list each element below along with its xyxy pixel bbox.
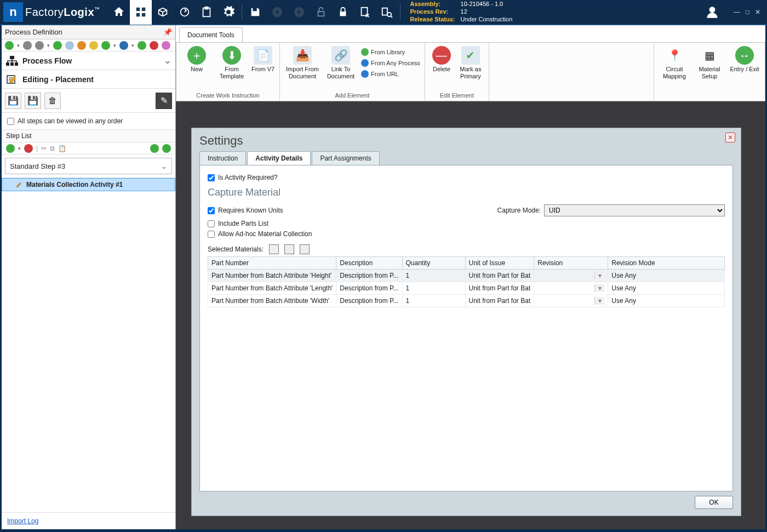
svg-rect-0 [136,8,139,11]
tab-part-assignments[interactable]: Part Assignments [312,151,379,165]
include-parts-checkbox[interactable] [208,220,215,227]
svg-rect-2 [136,13,139,16]
ribbon-from-template-button[interactable]: ⬇From Template [216,45,248,79]
step-up-icon[interactable] [150,144,159,153]
paste-icon[interactable]: 📋 [58,145,66,152]
ribbon-material-setup-button[interactable]: ▦Material Setup [694,45,725,79]
save-blue-icon[interactable]: 💾 [25,93,41,109]
import-log-link[interactable]: Import Log [7,517,38,525]
cycle-icon[interactable] [174,0,196,25]
col-revision[interactable]: Revision [534,257,608,270]
is-activity-required-checkbox[interactable] [208,174,215,181]
status-value: Under Construction [461,16,513,24]
lock-icon[interactable] [332,0,354,25]
standard-step-select[interactable]: Standard Step #3 ⌄ [5,158,172,174]
requires-known-units-checkbox[interactable] [208,207,215,214]
allow-adhoc-checkbox[interactable] [208,231,215,238]
col-revision-mode[interactable]: Revision Mode [608,257,725,270]
ribbon-from-url-button[interactable]: From URL [361,69,420,79]
unlock-icon[interactable] [310,0,332,25]
step-remove-icon[interactable] [24,144,33,153]
ribbon-group-edit: —Delete ✔Mark as Primary Edit Element [425,43,489,101]
save-icon[interactable] [244,0,266,25]
svg-point-13 [387,13,391,16]
table-row[interactable]: Part Number from Batch Attribute 'Height… [208,270,725,282]
cube-icon[interactable] [119,41,128,50]
ribbon-from-template-label: From Template [220,66,244,79]
ribbon-from-library-button[interactable]: From Library [361,47,420,57]
ribbon-link-doc-button[interactable]: 🔗Link To Document [324,45,358,79]
settings-close-icon[interactable]: ✕ [725,133,735,142]
capture-mode-select[interactable]: UID [544,204,725,216]
window-maximize-icon[interactable]: □ [746,8,749,16]
ribbon-from-v7-button[interactable]: 📄From V7 [251,45,275,73]
link-icon[interactable] [23,41,32,50]
print-icon[interactable] [35,41,44,50]
info-icon[interactable] [162,41,170,50]
chevron-down-icon: ⌄ [161,162,167,170]
nav-fwd-icon[interactable] [288,0,310,25]
ribbon-new-button[interactable]: ＋New [181,45,213,73]
chevron-down-icon[interactable]: ▾ [594,284,604,292]
col-unit-of-issue[interactable]: Unit of Issue [465,257,534,270]
cell-uoi: Unit from Part for Bat [465,295,534,307]
trash-icon[interactable]: 🗑 [44,93,61,109]
home-icon[interactable] [108,0,130,25]
person-icon[interactable] [77,41,86,50]
table-row[interactable]: Part Number from Batch Attribute 'Length… [208,282,725,295]
ribbon-mark-primary-button[interactable]: ✔Mark as Primary [457,45,484,79]
selmat-btn-3[interactable] [300,244,310,254]
user-icon[interactable] [703,3,722,21]
grid-module-icon[interactable] [130,0,152,25]
ribbon-delete-label: Delete [433,66,450,72]
col-part-number[interactable]: Part Number [208,257,336,270]
window-close-icon[interactable]: ✕ [755,8,760,16]
nav-back-icon[interactable] [266,0,288,25]
search-icon[interactable] [376,0,398,25]
edit-dark-icon[interactable]: ✎ [156,93,172,109]
download-icon[interactable]: ⌄ [164,55,171,66]
stop-icon[interactable] [150,41,158,50]
step-down-icon[interactable] [162,144,171,153]
any-order-checkbox[interactable] [7,118,14,125]
ribbon-from-any-process-button[interactable]: From Any Process [361,58,420,68]
ribbon-import-doc-button[interactable]: 📥Import From Document [284,45,320,79]
table-row[interactable]: Part Number from Batch Attribute 'Width'… [208,295,725,307]
cell-rev[interactable]: ▾ [534,270,608,282]
tab-activity-details[interactable]: Activity Details [247,151,311,165]
gear-icon[interactable] [217,0,239,25]
copy-icon[interactable]: ⧉ [50,145,55,152]
cell-rev[interactable]: ▾ [534,282,608,295]
add-icon[interactable] [5,41,14,50]
save-step-icon[interactable]: 💾 [5,93,21,109]
tree-item-activity[interactable]: Materials Collection Activity #1 [2,178,175,191]
box-icon[interactable] [152,0,174,25]
clipboard-icon[interactable] [196,0,217,25]
selected-materials-label: Selected Materials: [208,245,264,253]
cell-rev[interactable]: ▾ [534,295,608,307]
cut-icon[interactable]: ✂ [41,145,47,152]
col-quantity[interactable]: Quantity [402,257,465,270]
chevron-down-icon[interactable]: ▾ [594,272,604,279]
check-icon[interactable] [53,41,62,50]
ok-button[interactable]: OK [695,496,733,509]
selmat-btn-2[interactable] [284,244,294,254]
pin-icon[interactable]: 📌 [163,28,172,36]
flag-icon[interactable] [65,41,74,50]
refresh-icon[interactable] [138,41,146,50]
ribbon-delete-button[interactable]: —Delete [430,45,454,73]
star-icon[interactable] [89,41,98,50]
process-flow-row[interactable]: Process Flow ⌄ [2,52,175,70]
step-add-icon[interactable] [6,144,15,153]
doc-x-icon[interactable] [354,0,376,25]
tab-instruction[interactable]: Instruction [199,151,246,165]
ribbon-circuit-button[interactable]: 📍Circuit Mapping [659,45,690,79]
ribbon-entry-exit-button[interactable]: ↔Entry / Exit [729,45,760,73]
selmat-btn-1[interactable] [269,244,279,254]
any-order-row[interactable]: All steps can be viewed in any order [2,113,175,130]
col-description[interactable]: Description [336,257,402,270]
window-minimize-icon[interactable]: — [734,8,740,16]
ribbon-tab-document-tools[interactable]: Document Tools [179,27,243,42]
flag2-icon[interactable] [101,41,110,50]
chevron-down-icon[interactable]: ▾ [594,297,604,305]
